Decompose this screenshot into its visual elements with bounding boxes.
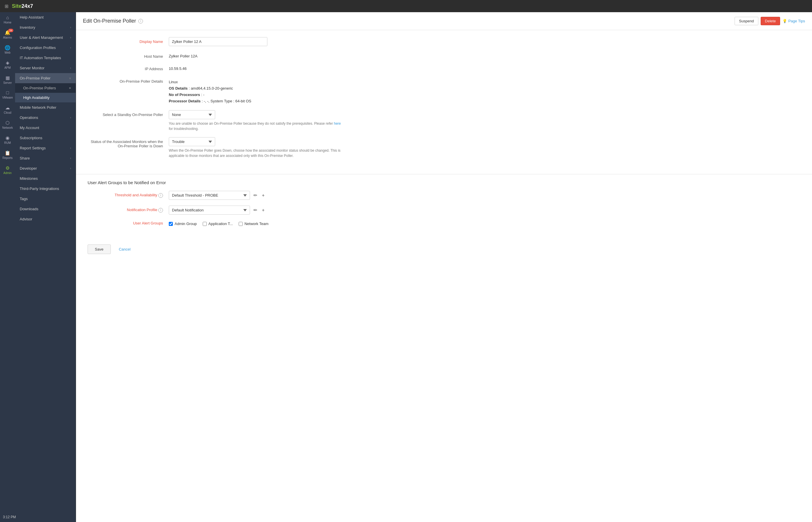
grid-icon[interactable]: ⊞ <box>5 3 8 9</box>
notification-select[interactable]: Default Notification <box>169 206 250 215</box>
sidebar-my-account-label: My Account <box>20 125 39 130</box>
nav-vmware[interactable]: □ VMware <box>0 87 15 102</box>
sidebar-item-user-alert-management[interactable]: User & Alert Management › <box>15 33 76 43</box>
page-title-info-icon[interactable]: i <box>138 19 143 23</box>
status-select[interactable]: Trouble Down Critical <box>169 137 215 146</box>
notification-add-button[interactable]: + <box>261 207 266 214</box>
icon-nav: ⌂ Home 🔔 34 Alarms 🌐 Web ◈ APM ▦ Server … <box>0 12 15 522</box>
web-icon: 🌐 <box>5 45 11 51</box>
sidebar-item-milestones[interactable]: Milestones <box>15 174 76 184</box>
status-hint: When the On-Premise Poller goes Down, ch… <box>169 148 343 158</box>
nav-server[interactable]: ▦ Server <box>0 72 15 87</box>
top-bar: ⊞ Site24x7 <box>0 0 812 12</box>
sidebar-server-monitor-label: Server Monitor <box>20 66 44 70</box>
poller-os-details: OS Details : amd64,4.15.0-20-generic <box>169 85 383 92</box>
sidebar-on-premise-poller-label: On-Premise Poller <box>20 76 50 80</box>
sidebar-item-third-party-integrations[interactable]: Third-Party Integrations <box>15 184 76 194</box>
sidebar-milestones-label: Milestones <box>20 176 38 181</box>
threshold-label: Threshold and Availability i <box>87 193 169 198</box>
sidebar-sub-on-premise-pollers[interactable]: On-Premise Pollers + <box>15 83 76 93</box>
user-alert-groups-row: User Alert Groups Admin Group Applicatio… <box>87 220 383 226</box>
sidebar-item-help-assistant[interactable]: Help Assistant <box>15 12 76 22</box>
sidebar-item-developer[interactable]: Developer › <box>15 163 76 174</box>
sidebar-item-server-monitor[interactable]: Server Monitor › <box>15 63 76 73</box>
sidebar-report-settings-label: Report Settings <box>20 146 46 150</box>
threshold-field: Default Threshold - PROBE ✏ + <box>169 191 383 200</box>
sidebar-configuration-profiles-label: Configuration Profiles <box>20 45 56 50</box>
chevron-right-icon: › <box>70 157 71 160</box>
sidebar-item-my-account[interactable]: My Account <box>15 123 76 133</box>
sidebar-inventory-label: Inventory <box>20 25 35 29</box>
suspend-button[interactable]: Suspend <box>735 17 758 25</box>
threshold-add-button[interactable]: + <box>261 192 266 199</box>
checkbox-application-t[interactable]: Application T... <box>203 222 233 226</box>
sidebar-item-configuration-profiles[interactable]: Configuration Profiles › <box>15 43 76 53</box>
nav-network[interactable]: ⬡ Network <box>0 117 15 132</box>
nav-apm[interactable]: ◈ APM <box>0 57 15 72</box>
plus-icon[interactable]: + <box>69 86 71 90</box>
sidebar-developer-label: Developer <box>20 166 37 170</box>
checkbox-application-t-label: Application T... <box>208 222 233 226</box>
chevron-right-icon: › <box>70 46 71 49</box>
display-name-label: Display Name <box>87 37 169 44</box>
notification-edit-button[interactable]: ✏ <box>252 207 258 214</box>
main-layout: ⌂ Home 🔔 34 Alarms 🌐 Web ◈ APM ▦ Server … <box>0 12 812 522</box>
checkbox-network-team[interactable]: Network Team <box>239 222 268 226</box>
admin-icon: ⚙ <box>5 165 9 171</box>
checkbox-admin-group-input[interactable] <box>169 222 173 226</box>
sidebar-item-share[interactable]: Share › <box>15 153 76 163</box>
nav-admin[interactable]: ⚙ Admin <box>0 162 15 178</box>
nav-network-label: Network <box>2 126 13 129</box>
checkbox-admin-group[interactable]: Admin Group <box>169 222 197 226</box>
poller-details-field: Linux OS Details : amd64,4.15.0-20-gener… <box>169 77 383 104</box>
nav-web-label: Web <box>5 51 11 54</box>
display-name-input[interactable] <box>169 37 267 46</box>
sidebar-item-report-settings[interactable]: Report Settings › <box>15 143 76 153</box>
threshold-info-icon[interactable]: i <box>158 193 163 198</box>
standby-poller-select[interactable]: None <box>169 110 215 119</box>
notification-info-icon[interactable]: i <box>158 208 163 213</box>
standby-hint-link[interactable]: here <box>334 121 341 125</box>
ip-address-value: 10.59.5.46 <box>169 64 383 71</box>
delete-button[interactable]: Delete <box>761 17 780 25</box>
host-name-label: Host Name <box>87 52 169 59</box>
host-name-value: Zylker Poller 12A <box>169 52 383 58</box>
checkbox-admin-group-label: Admin Group <box>175 222 197 226</box>
sidebar-item-operations[interactable]: Operations › <box>15 113 76 123</box>
poller-os: Linux <box>169 79 383 85</box>
nav-home[interactable]: ⌂ Home <box>0 12 15 27</box>
nav-web[interactable]: 🌐 Web <box>0 42 15 57</box>
sidebar-item-mobile-network-poller[interactable]: Mobile Network Poller <box>15 102 76 113</box>
threshold-select[interactable]: Default Threshold - PROBE <box>169 191 250 200</box>
header-actions: Suspend Delete 💡 Page Tips <box>735 17 805 25</box>
threshold-edit-button[interactable]: ✏ <box>252 192 258 199</box>
poller-details-label: On-Premise Poller Details <box>87 77 169 83</box>
nav-alarms-label: Alarms <box>3 36 12 39</box>
nav-alarms[interactable]: 🔔 34 Alarms <box>0 27 15 42</box>
page-tips-button[interactable]: 💡 Page Tips <box>783 19 805 23</box>
save-button[interactable]: Save <box>87 244 111 254</box>
server-icon: ▦ <box>5 75 10 81</box>
nav-rum[interactable]: ◉ RUM <box>0 132 15 147</box>
vmware-icon: □ <box>6 90 9 95</box>
sidebar-item-on-premise-poller[interactable]: On-Premise Poller ∨ <box>15 73 76 83</box>
sidebar-item-downloads[interactable]: Downloads <box>15 204 76 214</box>
nav-rum-label: RUM <box>4 141 11 144</box>
time-display: 3:12 PM <box>3 515 16 519</box>
sidebar-advisor-label: Advisor <box>20 217 32 221</box>
nav-cloud[interactable]: ☁ Cloud <box>0 102 15 117</box>
checkbox-network-team-input[interactable] <box>239 222 243 226</box>
sidebar-item-it-automation-templates[interactable]: IT Automation Templates <box>15 53 76 63</box>
sidebar: Help Assistant Inventory › User & Alert … <box>15 12 76 522</box>
standby-poller-field: None You are unable to choose an On-Prem… <box>169 110 383 132</box>
checkbox-network-team-label: Network Team <box>244 222 268 226</box>
sidebar-item-advisor[interactable]: Advisor <box>15 214 76 224</box>
cancel-button[interactable]: Cancel <box>114 244 135 254</box>
sidebar-item-subscriptions[interactable]: Subscriptions <box>15 133 76 143</box>
sidebar-item-inventory[interactable]: Inventory › <box>15 22 76 33</box>
nav-reports[interactable]: 📋 Reports <box>0 147 15 162</box>
sidebar-sub-high-availability-label: High Availability <box>23 95 49 100</box>
sidebar-sub-high-availability[interactable]: High Availability <box>15 93 76 102</box>
checkbox-application-t-input[interactable] <box>203 222 207 226</box>
sidebar-item-tags[interactable]: Tags <box>15 194 76 204</box>
